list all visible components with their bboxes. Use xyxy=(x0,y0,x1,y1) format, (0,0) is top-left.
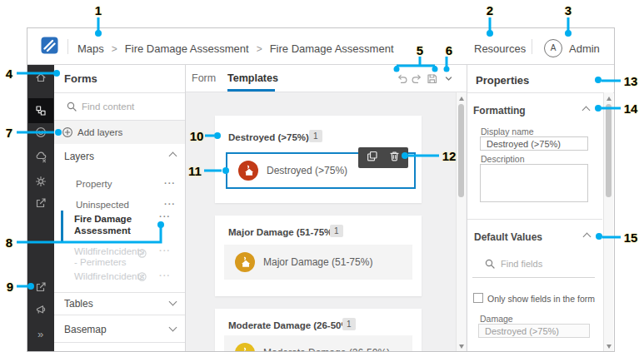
callout-14: 14 xyxy=(624,102,638,116)
description-input[interactable] xyxy=(480,164,588,202)
breadcrumb-item-maps[interactable]: Maps xyxy=(77,42,104,55)
scroll-down-icon[interactable] xyxy=(607,345,612,349)
chevron-down-icon xyxy=(169,298,177,306)
scroll-up-icon[interactable] xyxy=(459,97,464,101)
overflow-menu-icon[interactable]: ··· xyxy=(164,199,176,209)
template-group-destroyed: Destroyed (>75%) 1 Destroyed (>75%) xyxy=(215,116,422,203)
feedback-icon[interactable] xyxy=(28,297,53,322)
template-group-title: Major Damage (51-75%) xyxy=(228,227,336,237)
forms-panel-title: Forms xyxy=(64,72,97,85)
template-count-badge: 1 xyxy=(342,318,356,330)
callout-11: 11 xyxy=(188,164,202,178)
template-count-badge: 1 xyxy=(330,225,343,237)
collapse-default-values-icon[interactable] xyxy=(583,233,592,241)
callout-7: 7 xyxy=(6,126,12,140)
layer-row-fire-damage-assessment[interactable]: Fire Damage Assessment ··· xyxy=(54,210,185,242)
callout-1: 1 xyxy=(95,3,102,17)
app-window: Maps>Fire Damage Assessment>Fire Damage … xyxy=(27,27,615,352)
find-fields-input[interactable] xyxy=(499,258,586,270)
template-card-moderate[interactable]: Moderate Damage (26-50%) xyxy=(224,335,412,352)
collapse-formatting-icon[interactable] xyxy=(582,107,591,115)
only-show-fields-checkbox[interactable] xyxy=(473,293,483,303)
template-group-title: Moderate Damage (26-50%) xyxy=(228,320,353,330)
tab-form[interactable]: Form xyxy=(192,72,216,84)
canvas-tabbar: Form Templates xyxy=(186,65,467,92)
duplicate-icon[interactable] xyxy=(366,150,378,166)
major-damage-symbol-icon xyxy=(235,252,255,272)
display-name-input[interactable] xyxy=(480,136,588,151)
collapse-sidebar-icon[interactable]: » xyxy=(28,321,53,346)
scrollbar-thumb[interactable] xyxy=(606,104,612,197)
template-label: Major Damage (51-75%) xyxy=(263,256,372,268)
tables-section-header[interactable]: Tables xyxy=(54,293,185,315)
callout-10: 10 xyxy=(190,129,204,143)
esri-logo xyxy=(41,37,58,57)
scrollbar-thumb[interactable] xyxy=(458,104,464,197)
display-name-label: Display name xyxy=(481,126,534,136)
properties-panel: Properties Formatting Display name Descr… xyxy=(467,65,614,352)
redo-icon[interactable] xyxy=(410,72,423,85)
canvas-scrollbar[interactable] xyxy=(456,92,466,352)
template-card-major[interactable]: Major Damage (51-75%) xyxy=(224,245,412,280)
chevron-down-icon[interactable] xyxy=(442,72,455,85)
avatar[interactable]: A xyxy=(544,39,562,57)
chevron-up-icon xyxy=(169,152,177,161)
template-group-title: Destroyed (>75%) xyxy=(228,132,309,142)
overflow-menu-icon[interactable]: ··· xyxy=(159,211,171,221)
callout-6: 6 xyxy=(446,43,452,57)
layer-row-property[interactable]: Property ··· xyxy=(54,175,185,195)
forms-panel: Forms Add layers Layers Property ··· xyxy=(54,65,186,352)
basemap-section-header[interactable]: Basemap xyxy=(54,315,185,342)
callout-9: 9 xyxy=(7,280,13,294)
breadcrumb-separator-icon: > xyxy=(104,43,125,55)
home-icon[interactable] xyxy=(28,65,53,90)
default-values-section-title: Default Values xyxy=(474,231,542,243)
callout-3: 3 xyxy=(565,3,572,17)
overflow-menu-icon[interactable]: ··· xyxy=(159,270,171,280)
properties-panel-title: Properties xyxy=(476,74,529,87)
selected-indicator xyxy=(61,211,63,241)
description-label: Description xyxy=(481,154,525,164)
template-hover-toolbar xyxy=(358,147,408,168)
breadcrumb-separator-icon: > xyxy=(249,43,270,55)
search-icon xyxy=(66,101,77,116)
nav-sidebar: » xyxy=(27,65,54,352)
damage-field-input[interactable] xyxy=(478,324,590,338)
properties-scrollbar[interactable] xyxy=(603,92,613,352)
add-circle-icon xyxy=(61,126,74,142)
find-content-input[interactable] xyxy=(80,101,175,112)
launch-icon[interactable] xyxy=(28,275,53,300)
scroll-down-icon[interactable] xyxy=(459,345,464,349)
annotated-screenshot: Maps>Fire Damage Assessment>Fire Damage … xyxy=(0,0,644,352)
breadcrumb: Maps>Fire Damage Assessment>Fire Damage … xyxy=(77,42,394,55)
not-supported-icon xyxy=(137,247,147,262)
search-icon xyxy=(484,258,496,273)
delete-icon[interactable] xyxy=(388,150,401,166)
add-layers-button[interactable]: Add layers xyxy=(54,121,185,144)
damage-field-label: Damage xyxy=(480,314,513,324)
template-group-moderate: Moderate Damage (26-50%) 1 Moderate Dama… xyxy=(215,309,422,352)
overflow-menu-icon[interactable]: ··· xyxy=(164,178,176,188)
user-menu[interactable]: Admin xyxy=(569,42,600,55)
offline-icon[interactable] xyxy=(28,144,53,169)
scroll-up-icon[interactable] xyxy=(607,97,612,101)
callout-2: 2 xyxy=(487,3,493,17)
sharing-icon[interactable] xyxy=(28,191,53,216)
save-icon[interactable] xyxy=(425,72,438,85)
template-label: Destroyed (>75%) xyxy=(267,165,347,176)
formatting-section-title: Formatting xyxy=(473,105,526,117)
resources-link[interactable]: Resources xyxy=(474,42,526,55)
app-header: Maps>Fire Damage Assessment>Fire Damage … xyxy=(27,28,614,65)
layers-section-header[interactable]: Layers xyxy=(54,144,185,167)
layer-row-wildfire-incidents[interactable]: WildfireIncidents ··· xyxy=(54,268,185,288)
callout-13: 13 xyxy=(624,74,638,88)
undo-icon[interactable] xyxy=(395,72,408,85)
chevron-down-icon xyxy=(169,324,177,332)
callout-15: 15 xyxy=(624,231,638,245)
geofences-icon[interactable] xyxy=(28,120,53,145)
form-canvas: Form Templates Destroyed (>75%) xyxy=(186,65,467,352)
overflow-menu-icon[interactable]: ··· xyxy=(159,245,171,255)
breadcrumb-item-map[interactable]: Fire Damage Assessment xyxy=(125,42,249,55)
add-layers-label: Add layers xyxy=(77,127,122,137)
tab-templates[interactable]: Templates xyxy=(227,72,278,84)
